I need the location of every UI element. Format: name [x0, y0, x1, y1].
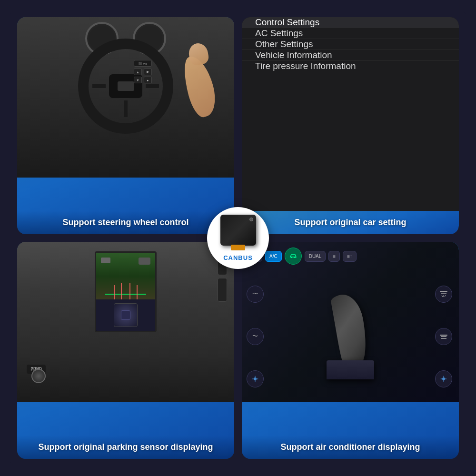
ac-display-panel: ON A/C DUAL ≡ ≡↑ 〜 〜: [242, 242, 459, 402]
settings-menu: Control Settings AC Settings Other Setti…: [242, 17, 459, 71]
steering-spoke-left: [92, 84, 106, 88]
screen-controls: AC BT disconnected OFF: [96, 331, 155, 332]
menu-item-vehicle-information[interactable]: Vehicle Information: [242, 50, 459, 61]
panel-bottom-right: ON A/C DUAL ≡ ≡↑ 〜 〜: [242, 242, 459, 459]
canbus-label: CANBUS: [223, 254, 253, 261]
ac-center-display: [270, 275, 430, 397]
svg-rect-0: [291, 257, 292, 258]
parking-car-left: [101, 258, 110, 263]
panel-top-right: Control Settings AC Settings Other Setti…: [242, 17, 459, 234]
menu-item-ac-settings[interactable]: AC Settings: [242, 28, 459, 39]
steering-wheel-ring: [78, 39, 173, 134]
surround-view-display: [114, 303, 138, 327]
panel-tr-label: Support original car setting: [242, 211, 459, 234]
panel-bl-label: Support original parking sensor displayi…: [17, 436, 234, 459]
canbus-badge: CANBUS: [207, 207, 269, 269]
canbus-usb-port: [231, 245, 245, 250]
panel-tl-label: Support steering wheel control: [17, 211, 234, 234]
surround-center: [114, 304, 137, 327]
parking-line-2: [121, 283, 122, 299]
ac-blade-shape: [322, 294, 379, 379]
camera-surround-view: [96, 299, 155, 331]
canbus-indicator-light: [249, 218, 253, 221]
ac-mode-btn-2[interactable]: 〜: [247, 328, 264, 345]
svg-rect-1: [294, 257, 296, 258]
vent-2: [218, 278, 227, 302]
sw-btn-up[interactable]: ▲: [134, 69, 142, 75]
ac-rear-defrost-btn[interactable]: [435, 328, 452, 345]
sw-btn-grid: ▲ ▶ ▼ ●: [134, 69, 152, 83]
panel-top-left: ⬛ VR ▲ ▶ ▼ ● Support steering wheel cont…: [17, 17, 234, 234]
parking-camera-panel: AC BT disconnected OFF PRND: [17, 242, 234, 402]
panel-br-label: Support air conditioner displaying: [242, 436, 459, 459]
ac-heat-low-button[interactable]: ≡: [328, 251, 340, 262]
parking-line-3: [129, 283, 130, 299]
blade-visual: [330, 292, 370, 367]
ac-defrost-btn[interactable]: [435, 286, 452, 303]
panel-bottom-left: AC BT disconnected OFF PRND Support orig…: [17, 242, 234, 459]
menu-item-tire-pressure[interactable]: Tire pressure Information: [242, 61, 459, 71]
sw-btn-down[interactable]: ▼: [134, 77, 142, 83]
ac-controls-right: [435, 275, 454, 397]
ac-car-icon-button[interactable]: [285, 248, 302, 265]
ac-heat-high-button[interactable]: ≡↑: [343, 251, 357, 262]
svg-rect-3: [440, 291, 447, 292]
parking-line-4: [137, 285, 138, 299]
blade-platform: [327, 360, 374, 379]
sw-btn-vr[interactable]: ⬛ VR: [134, 60, 152, 67]
steering-spoke-bottom: [124, 100, 128, 117]
brand-logo: [118, 81, 134, 91]
parking-line-1: [114, 285, 115, 299]
sw-btn-right[interactable]: ▶: [144, 69, 152, 75]
ac-mode-btn-1[interactable]: 〜: [247, 286, 264, 303]
in-car-screen: AC BT disconnected OFF: [95, 251, 157, 332]
svg-rect-4: [440, 335, 447, 336]
ac-button-row: ON A/C DUAL ≡ ≡↑: [242, 242, 459, 270]
ac-fan-left-btn[interactable]: [247, 370, 264, 387]
menu-item-other-settings[interactable]: Other Settings: [242, 39, 459, 50]
ac-dual-button[interactable]: DUAL: [305, 251, 326, 262]
steering-wheel-image: ⬛ VR ▲ ▶ ▼ ●: [17, 17, 234, 178]
camera-top-view: [96, 253, 155, 299]
car-top-icon: [121, 310, 130, 320]
parking-guide-lines: [109, 280, 142, 299]
ac-controls-left: 〜 〜: [247, 275, 266, 397]
ac-fan-right-btn[interactable]: [435, 370, 452, 387]
steering-spoke-right: [146, 84, 159, 88]
ac-main-area: 〜 〜: [242, 270, 459, 402]
sw-btn-ok[interactable]: ●: [144, 77, 152, 83]
ac-ac-button[interactable]: A/C: [265, 251, 282, 262]
menu-item-control-settings[interactable]: Control Settings: [242, 17, 459, 28]
steering-buttons-right: ⬛ VR ▲ ▶ ▼ ●: [134, 60, 152, 83]
canbus-device: [220, 215, 256, 246]
parking-car-right: [139, 258, 150, 265]
main-container: ⬛ VR ▲ ▶ ▼ ● Support steering wheel cont…: [10, 10, 466, 466]
